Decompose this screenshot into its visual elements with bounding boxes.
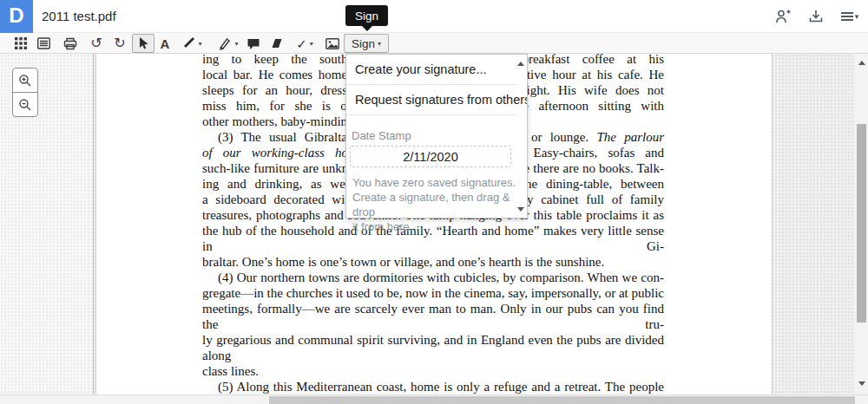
date-stamp-value[interactable]: 2/11/2020 [350, 146, 511, 167]
redo-icon: ↻ [114, 36, 125, 50]
vertical-scrollbar[interactable] [855, 54, 868, 394]
person-add-icon [774, 9, 792, 24]
scroll-up-icon[interactable] [858, 61, 865, 65]
undo-icon: ↺ [90, 36, 102, 50]
vertical-scrollbar-thumb[interactable] [857, 124, 866, 323]
menu-item-create-signature[interactable]: Create your signature... [346, 55, 527, 84]
zoom-controls [12, 68, 38, 117]
doc-text-segment: braltar. One’s home is one’s town or vil… [202, 255, 604, 269]
doc-line: gregate—in the churches it used to be, n… [202, 285, 664, 301]
download-icon [808, 9, 824, 24]
grid-icon [15, 37, 27, 49]
comment-bubble-icon [247, 37, 260, 50]
pen-caret-icon: ▾ [198, 40, 201, 48]
title-bar: D 2011 test.pdf ▾ [0, 0, 868, 33]
scroll-down-icon[interactable] [858, 381, 865, 386]
document-title: 2011 test.pdf [42, 0, 116, 33]
horizontal-scrollbar-thumb[interactable] [269, 396, 855, 404]
sign-caret-icon: ▾ [378, 40, 381, 48]
list-view-icon [37, 37, 50, 49]
doc-line: (4) Our northern towns are dormitories w… [202, 270, 664, 285]
review-tool-button[interactable]: ✓ ▾ [289, 34, 320, 53]
highlighter-icon [218, 36, 232, 50]
doc-line: meetings, formally—we are scarcely ever … [202, 301, 664, 332]
sign-button-label: Sign [352, 37, 375, 50]
doc-text-segment: gregate—in the churches it used to be, n… [202, 286, 664, 300]
doc-text-segment: (4) Our northern towns are dormitories w… [218, 270, 664, 284]
doc-text-segment: Easy-chairs, sofas and [523, 146, 665, 160]
titlebar-actions: ▾ [773, 0, 868, 33]
checkmark-icon: ✓ [296, 37, 307, 50]
highlighter-caret-icon: ▾ [234, 40, 238, 48]
image-tool-button[interactable] [321, 34, 344, 53]
printer-icon [63, 37, 77, 50]
doc-text-italic: The parlour [596, 130, 664, 144]
undo-button[interactable]: ↺ [85, 34, 108, 53]
select-tool-button[interactable] [132, 34, 155, 53]
pen-icon [181, 36, 195, 50]
help-line: Create a signature, then drag & drop [352, 190, 527, 219]
signatures-help-text: You have zero saved signatures. Create a… [346, 167, 527, 234]
sign-tooltip-text: Sign [355, 10, 378, 23]
menu-item-request-signatures[interactable]: Request signatures from others... [346, 85, 527, 114]
doc-text-segment: class lines. [202, 364, 259, 378]
main-menu-button[interactable]: ▾ [838, 6, 859, 27]
zoom-in-icon [18, 74, 32, 88]
doc-line: class lines. [202, 363, 664, 379]
doc-line: ly gregarious and communal spirit surviv… [202, 332, 664, 363]
date-stamp-label: Date Stamp [346, 115, 527, 146]
zoom-in-button[interactable] [13, 68, 37, 93]
left-sidebar [0, 54, 94, 394]
sign-dropdown-menu: Create your signature... Request signatu… [345, 54, 528, 218]
redo-button[interactable]: ↻ [108, 34, 131, 53]
image-icon [326, 38, 339, 49]
highlighter-tool-button[interactable]: ▾ [213, 34, 244, 53]
grid-view-button[interactable] [10, 34, 32, 53]
doc-text-segment: meetings, formally—we are scarcely ever … [202, 302, 664, 331]
scroll-up-icon[interactable] [517, 62, 524, 66]
check-caret-icon: ▾ [310, 40, 313, 48]
help-line: You have zero saved signatures. [352, 175, 527, 190]
doc-line: braltar. One’s home is one’s town or vil… [202, 254, 664, 270]
eraser-tool-button[interactable] [266, 34, 288, 53]
comment-tool-button[interactable] [242, 34, 265, 53]
app-logo[interactable]: D [0, 0, 33, 33]
menu-caret-icon: ▾ [855, 13, 859, 21]
print-button[interactable] [59, 34, 82, 53]
text-tool-button[interactable]: A [155, 34, 175, 53]
zoom-out-button[interactable] [13, 93, 37, 117]
doc-text-segment: ly gregarious and communal spirit surviv… [202, 333, 664, 362]
thumbnail-list-button[interactable] [32, 34, 55, 53]
text-tool-icon: A [161, 36, 170, 51]
zoom-out-icon [18, 98, 32, 112]
share-add-user-button[interactable] [773, 6, 793, 27]
help-line: it from here. [352, 219, 527, 234]
sign-button[interactable]: Sign ▾ [344, 34, 389, 53]
download-button[interactable] [806, 6, 826, 27]
scroll-down-icon[interactable] [517, 207, 524, 212]
app-logo-letter: D [9, 3, 23, 28]
hamburger-menu-icon [839, 10, 855, 23]
pen-tool-button[interactable]: ▾ [176, 34, 207, 53]
pdf-app-window: D 2011 test.pdf ▾ [0, 0, 868, 404]
horizontal-scrollbar[interactable] [0, 394, 868, 404]
sign-tooltip: Sign [345, 5, 388, 26]
workspace: ing to keep the southern man from taking… [0, 54, 868, 394]
pointer-cursor-icon [138, 36, 149, 50]
eraser-icon [270, 37, 284, 49]
dropdown-scrollbar[interactable] [515, 55, 526, 218]
